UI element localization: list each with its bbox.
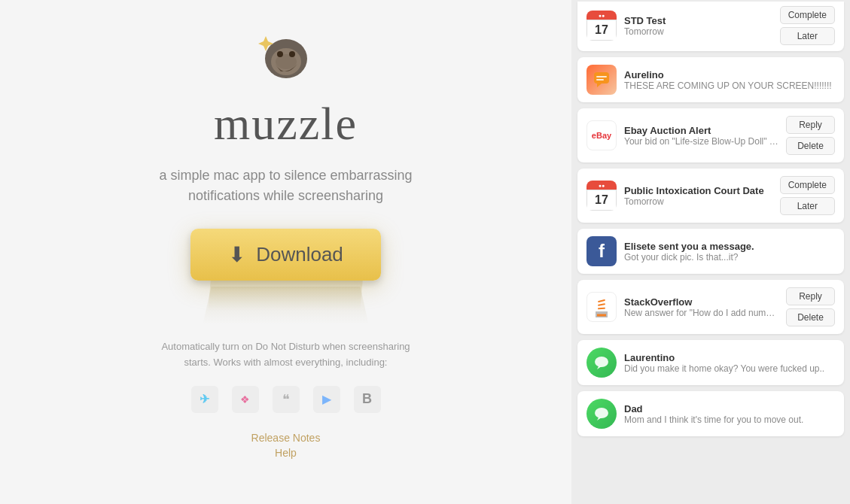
reply-button-stackoverflow[interactable]: Reply	[786, 287, 835, 305]
download-button[interactable]: ⬇ Download	[190, 229, 381, 281]
stackoverflow-icon	[586, 292, 617, 322]
notification-card-aurelino: Aurelino THESE ARE COMING UP ON YOUR SCR…	[577, 57, 844, 102]
notif-body-court: Public Intoxication Court Date Tomorrow	[624, 185, 772, 207]
notif-title-stackoverflow: StackOverflow	[624, 296, 778, 308]
notif-subtitle-facebook: Got your dick pic. Is that...it?	[624, 252, 835, 263]
delete-button-stackoverflow[interactable]: Delete	[786, 308, 835, 326]
b-icon: B	[354, 386, 381, 413]
later-button-std[interactable]: Later	[780, 27, 835, 45]
svg-marker-16	[597, 366, 602, 369]
calendar-icon-std: ●● 17	[586, 11, 617, 41]
complete-button-court[interactable]: Complete	[780, 176, 835, 194]
notif-actions-stackoverflow: Reply Delete	[786, 287, 835, 326]
notif-title-std: STD Test	[624, 15, 772, 26]
notif-title-facebook: Elisete sent you a message.	[624, 241, 835, 252]
download-label: Download	[256, 243, 343, 266]
app-title: muzzle	[214, 97, 358, 150]
notif-title-court: Public Intoxication Court Date	[624, 185, 772, 196]
svg-marker-18	[597, 417, 602, 421]
svg-rect-14	[598, 299, 605, 303]
notif-actions-court: Complete Later	[780, 176, 835, 215]
notif-title-laurentino: Laurentino	[624, 352, 835, 363]
notif-body-aurelino: Aurelino THESE ARE COMING UP ON YOUR SCR…	[624, 69, 835, 91]
delete-button-ebay[interactable]: Delete	[786, 137, 835, 155]
svg-rect-13	[598, 303, 605, 306]
cal-day: 17	[586, 20, 617, 41]
svg-rect-7	[596, 76, 607, 77]
download-icon: ⬇	[228, 242, 245, 267]
notification-card-facebook: f Elisete sent you a message. Got your d…	[577, 229, 844, 274]
logo-area	[252, 23, 320, 93]
notif-subtitle-court: Tomorrow	[624, 196, 772, 207]
auto-text: Automatically turn on Do Not Disturb whe…	[161, 339, 410, 371]
notification-card-laurentino: Laurentino Did you make it home okay? Yo…	[577, 340, 844, 385]
notif-title-ebay: Ebay Auction Alert	[624, 125, 778, 136]
help-link[interactable]: Help	[275, 447, 297, 459]
notif-title-aurelino: Aurelino	[624, 69, 835, 80]
notification-card-std-test: ●● 17 STD Test Tomorrow Complete Later	[577, 2, 844, 51]
ebay-icon: eBay	[586, 120, 617, 150]
notification-card-stackoverflow: StackOverflow New answer for "How do I a…	[577, 280, 844, 334]
skype-icon: ✈	[191, 386, 218, 413]
later-button-court[interactable]: Later	[780, 197, 835, 215]
facebook-icon: f	[586, 236, 617, 266]
notif-body-ebay: Ebay Auction Alert Your bid on "Life-siz…	[624, 125, 778, 147]
notif-body-stackoverflow: StackOverflow New answer for "How do I a…	[624, 296, 778, 318]
svg-rect-5	[594, 72, 609, 83]
cal-top: ●●	[586, 11, 617, 20]
notification-card-ebay: eBay Ebay Auction Alert Your bid on "Lif…	[577, 108, 844, 162]
notifications-panel: ●● 17 STD Test Tomorrow Complete Later A…	[571, 0, 850, 504]
messages-icon-dad	[586, 399, 617, 429]
notif-actions-std: Complete Later	[780, 6, 835, 45]
svg-rect-12	[598, 308, 605, 310]
release-notes-link[interactable]: Release Notes	[251, 432, 321, 444]
footer-links: Release Notes Help	[251, 432, 321, 459]
notification-card-dad: Dad Mom and I think it's time for you to…	[577, 391, 844, 436]
notif-body-dad: Dad Mom and I think it's time for you to…	[624, 403, 835, 425]
download-shadow	[203, 287, 369, 324]
svg-point-3	[277, 51, 283, 57]
compatible-apps-icons: ✈ ❖ ❝ ▶ B	[191, 386, 381, 413]
notif-body-std: STD Test Tomorrow	[624, 15, 772, 37]
svg-point-17	[595, 408, 608, 418]
cal-top-court: ●●	[586, 181, 617, 190]
svg-rect-9	[596, 311, 608, 313]
notif-title-dad: Dad	[624, 403, 835, 414]
complete-button-std[interactable]: Complete	[780, 6, 835, 24]
notification-card-court: ●● 17 Public Intoxication Court Date Tom…	[577, 169, 844, 223]
svg-marker-6	[597, 83, 602, 87]
notif-body-facebook: Elisete sent you a message. Got your dic…	[624, 241, 835, 263]
calendar-icon-court: ●● 17	[586, 181, 617, 211]
app-logo	[252, 23, 320, 90]
svg-point-15	[595, 357, 608, 367]
notif-actions-ebay: Reply Delete	[786, 116, 835, 155]
notif-subtitle-std: Tomorrow	[624, 26, 772, 37]
svg-rect-8	[596, 79, 604, 80]
notif-subtitle-stackoverflow: New answer for "How do I add number...	[624, 308, 778, 318]
slack-icon: ❖	[232, 386, 259, 413]
reply-button-ebay[interactable]: Reply	[786, 116, 835, 134]
main-content: muzzle a simple mac app to silence embar…	[0, 0, 571, 504]
svg-point-4	[289, 51, 295, 57]
zoom-icon: ▶	[313, 386, 340, 413]
messages-icon-laurentino	[586, 348, 617, 378]
notif-subtitle-dad: Mom and I think it's time for you to mov…	[624, 414, 835, 425]
tagline: a simple mac app to silence embarrassing…	[159, 165, 412, 206]
notif-subtitle-ebay: Your bid on "Life-size Blow-Up Doll" is …	[624, 136, 778, 147]
hipchat-icon-aurelino	[586, 65, 617, 95]
notif-body-laurentino: Laurentino Did you make it home okay? Yo…	[624, 352, 835, 374]
notif-subtitle-laurentino: Did you make it home okay? You were fuck…	[624, 363, 835, 374]
cal-day-court: 17	[586, 190, 617, 211]
svg-rect-11	[597, 314, 606, 317]
quote-icon: ❝	[273, 386, 300, 413]
notif-subtitle-aurelino: THESE ARE COMING UP ON YOUR SCREEN!!!!!!…	[624, 80, 835, 91]
